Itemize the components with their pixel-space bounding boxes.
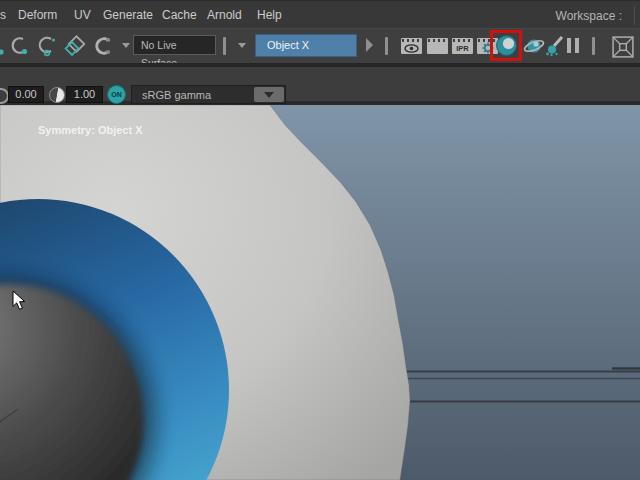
viewport-3d[interactable]: Symmetry: Object X	[0, 105, 640, 480]
separator	[592, 37, 595, 55]
menu-item-uv[interactable]: UV	[74, 8, 91, 22]
arnold-render-button[interactable]	[495, 34, 518, 57]
workspace-layout-icon[interactable]	[612, 36, 634, 58]
color-management-toggle[interactable]: ON	[107, 85, 126, 104]
snap-curve-icon[interactable]	[8, 35, 30, 57]
render-current-frame-button[interactable]	[427, 38, 448, 54]
ipr-label: IPR	[456, 44, 469, 53]
gamma-field[interactable]: 1.00	[66, 86, 103, 103]
render-view-button[interactable]	[401, 38, 422, 54]
dropdown-arrow-icon[interactable]	[254, 87, 284, 102]
symmetry-field[interactable]: Object X	[255, 34, 357, 57]
exposure-field[interactable]: 0.00	[8, 86, 44, 103]
separator	[223, 37, 226, 55]
paint-effects-icon[interactable]	[545, 35, 567, 57]
clipped-snap-icon[interactable]	[0, 35, 6, 57]
symmetry-chevron-down-icon[interactable]	[238, 43, 246, 48]
menu-item-partial[interactable]: s	[0, 8, 6, 22]
viewport-toolbar: 0.00 1.00 ON sRGB gamma	[0, 63, 640, 105]
menu-bar: s Deform UV Generate Cache Arnold Help W…	[0, 0, 640, 28]
menu-item-arnold[interactable]: Arnold	[207, 8, 242, 22]
eye-icon	[404, 44, 419, 53]
menu-item-generate[interactable]: Generate	[103, 8, 153, 22]
pause-button[interactable]	[567, 38, 579, 53]
live-surface-field[interactable]: No Live Surface	[133, 35, 216, 55]
menu-item-deform[interactable]: Deform	[18, 8, 57, 22]
maya-window: s Deform UV Generate Cache Arnold Help W…	[0, 0, 640, 480]
hypershade-icon[interactable]	[523, 35, 545, 57]
separator	[385, 37, 388, 55]
workspace-label: Workspace :	[556, 9, 622, 23]
view-transform-value: sRGB gamma	[132, 89, 254, 101]
ipr-render-button[interactable]: IPR	[452, 38, 473, 54]
menu-item-help[interactable]: Help	[257, 8, 282, 22]
symmetry-overlay-text: Symmetry: Object X	[38, 124, 143, 136]
make-live-icon[interactable]	[92, 35, 114, 57]
workspace-divider	[634, 6, 635, 25]
menu-item-cache[interactable]: Cache	[162, 8, 197, 22]
snap-points-icon[interactable]	[36, 35, 58, 57]
view-transform-dropdown[interactable]: sRGB gamma	[131, 85, 286, 104]
section-expand-icon[interactable]	[366, 38, 373, 52]
snap-options-chevron-down-icon[interactable]	[122, 43, 130, 48]
status-line: No Live Surface Object X IPR	[0, 28, 640, 63]
snap-projected-center-icon[interactable]	[64, 35, 86, 57]
red-highlight-box	[490, 30, 522, 61]
gamma-icon	[49, 87, 65, 103]
